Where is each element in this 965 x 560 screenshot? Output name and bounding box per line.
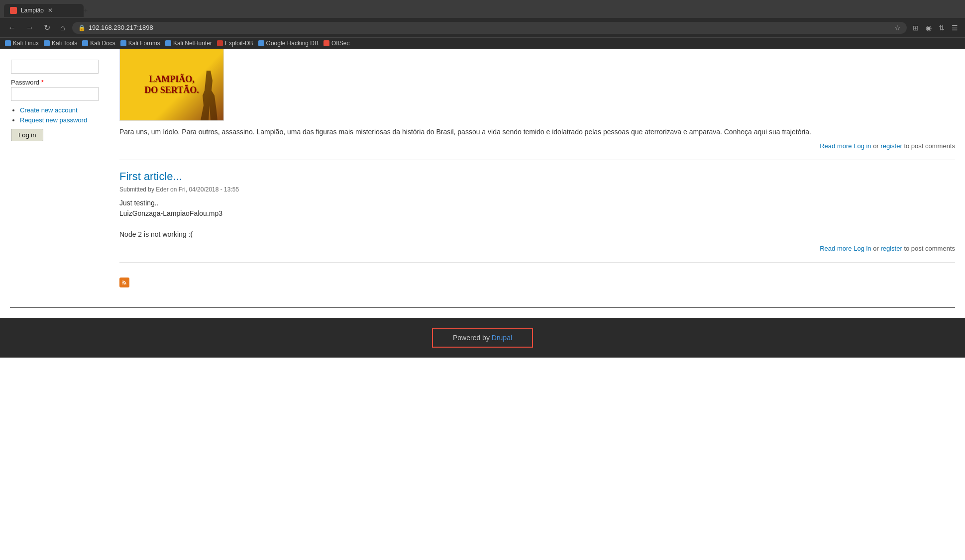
bookmarks-bar: Kali Linux Kali Tools Kali Docs Kali For… bbox=[0, 37, 965, 49]
article-2-register[interactable]: register bbox=[880, 245, 902, 252]
username-input[interactable] bbox=[11, 60, 99, 74]
forward-button[interactable]: → bbox=[23, 21, 37, 34]
create-new-account-link[interactable]: Create new account bbox=[20, 106, 78, 114]
bookmark-offsec[interactable]: OffSec bbox=[323, 40, 349, 47]
reload-button[interactable]: ↻ bbox=[41, 21, 53, 34]
sidebar: Password * Create new account Request ne… bbox=[0, 49, 109, 307]
article-2-line3: Node 2 is not working :( bbox=[119, 229, 955, 240]
article-2-actions: Read more Log in or register to post com… bbox=[119, 245, 955, 252]
bookmark-favicon bbox=[82, 40, 88, 46]
article-1-image-text: LAMPIÃO,DO SERTÃO. bbox=[140, 70, 203, 99]
article-1-post-comments: to post comments bbox=[904, 142, 955, 150]
bookmark-favicon bbox=[165, 40, 171, 46]
bookmark-kali-forums[interactable]: Kali Forums bbox=[120, 40, 160, 47]
article-2-submitted: Submitted by Eder on Fri, 04/20/2018 - 1… bbox=[119, 186, 955, 193]
article-1-block: LAMPIÃO,DO SERTÃO. Para uns, um ídolo. P… bbox=[119, 49, 955, 160]
address-bar[interactable] bbox=[89, 24, 891, 31]
bookmark-exploit-db[interactable]: Exploit-DB bbox=[217, 40, 253, 47]
log-in-button[interactable]: Log in bbox=[11, 129, 43, 141]
article-1-register[interactable]: register bbox=[880, 142, 902, 150]
article-1-image: LAMPIÃO,DO SERTÃO. bbox=[119, 49, 955, 121]
rss-feed-link[interactable] bbox=[119, 279, 129, 287]
active-tab[interactable]: Lampião ✕ bbox=[4, 4, 84, 17]
rss-icon bbox=[119, 278, 129, 287]
bookmark-favicon bbox=[258, 40, 264, 46]
bookmark-favicon bbox=[217, 40, 223, 46]
article-1-log-in[interactable]: Log in bbox=[854, 142, 871, 150]
new-tab-button[interactable]: + bbox=[84, 6, 88, 14]
article-1-read-more[interactable]: Read more bbox=[820, 142, 852, 150]
tab-title: Lampião bbox=[21, 7, 44, 14]
article-2-read-more[interactable]: Read more bbox=[820, 245, 852, 252]
request-password-list-item: Request new password bbox=[20, 116, 99, 124]
bookmark-star-button[interactable]: ☆ bbox=[894, 24, 901, 32]
login-form: Password * Create new account Request ne… bbox=[5, 54, 105, 147]
article-2-title-link[interactable]: First article... bbox=[119, 170, 955, 183]
home-button[interactable]: ⌂ bbox=[57, 21, 68, 34]
article-1-actions: Read more Log in or register to post com… bbox=[119, 142, 955, 150]
drupal-link[interactable]: Drupal bbox=[492, 334, 512, 342]
rss-section bbox=[119, 273, 955, 297]
close-tab-button[interactable]: ✕ bbox=[48, 7, 53, 14]
bookmark-kali-docs[interactable]: Kali Docs bbox=[82, 40, 115, 47]
password-required-star: * bbox=[41, 79, 44, 86]
bookmark-favicon bbox=[44, 40, 50, 46]
browser-chrome: Lampião ✕ + ← → ↻ ⌂ 🔒 ☆ ⊞ ◉ ⇅ ☰ Kali Lin… bbox=[0, 0, 965, 49]
main-content: LAMPIÃO,DO SERTÃO. Para uns, um ídolo. P… bbox=[109, 49, 965, 307]
bookmark-favicon bbox=[5, 40, 11, 46]
sync-button[interactable]: ⇅ bbox=[937, 22, 947, 34]
password-label: Password * bbox=[11, 79, 99, 86]
address-bar-wrapper: 🔒 ☆ bbox=[72, 22, 907, 34]
bookmark-kali-tools[interactable]: Kali Tools bbox=[44, 40, 77, 47]
extensions-button[interactable]: ⊞ bbox=[911, 22, 921, 34]
article-2-line1: Just testing.. bbox=[119, 198, 955, 208]
login-links: Create new account Request new password bbox=[11, 106, 99, 124]
bookmark-kali-nethunter[interactable]: Kali NetHunter bbox=[165, 40, 212, 47]
tab-bar: Lampião ✕ + bbox=[0, 0, 965, 18]
article-1-or-text: or bbox=[873, 142, 880, 150]
article-2-or-text: or bbox=[873, 245, 880, 252]
back-button[interactable]: ← bbox=[5, 21, 19, 34]
profile-button[interactable]: ◉ bbox=[924, 22, 934, 34]
bookmark-google-hacking[interactable]: Google Hacking DB bbox=[258, 40, 319, 47]
footer-inner: Powered by Drupal bbox=[432, 328, 533, 348]
menu-button[interactable]: ☰ bbox=[950, 22, 960, 34]
article-1-body: Para uns, um ídolo. Para outros, assassi… bbox=[119, 127, 955, 137]
article-1-fake-image: LAMPIÃO,DO SERTÃO. bbox=[119, 49, 224, 121]
request-new-password-link[interactable]: Request new password bbox=[20, 116, 87, 124]
bookmark-favicon bbox=[323, 40, 329, 46]
article-2-post-comments: to post comments bbox=[904, 245, 955, 252]
article-2-log-in[interactable]: Log in bbox=[854, 245, 871, 252]
create-account-list-item: Create new account bbox=[20, 106, 99, 114]
article-2-body: Just testing.. LuizGonzaga-LampiaoFalou.… bbox=[119, 198, 955, 240]
page-content-area: Password * Create new account Request ne… bbox=[0, 49, 965, 307]
bookmark-favicon bbox=[120, 40, 126, 46]
toolbar-icons: ⊞ ◉ ⇅ ☰ bbox=[911, 22, 960, 34]
footer-divider bbox=[10, 307, 955, 308]
bookmark-kali-linux[interactable]: Kali Linux bbox=[5, 40, 39, 47]
article-2-block: First article... Submitted by Eder on Fr… bbox=[119, 170, 955, 263]
secure-icon: 🔒 bbox=[78, 24, 86, 31]
article-2-line2: LuizGonzaga-LampiaoFalou.mp3 bbox=[119, 208, 955, 219]
browser-toolbar: ← → ↻ ⌂ 🔒 ☆ ⊞ ◉ ⇅ ☰ bbox=[0, 18, 965, 37]
footer: Powered by Drupal bbox=[0, 318, 965, 358]
password-input[interactable] bbox=[11, 87, 99, 101]
powered-by-text: Powered by Drupal bbox=[453, 334, 512, 342]
